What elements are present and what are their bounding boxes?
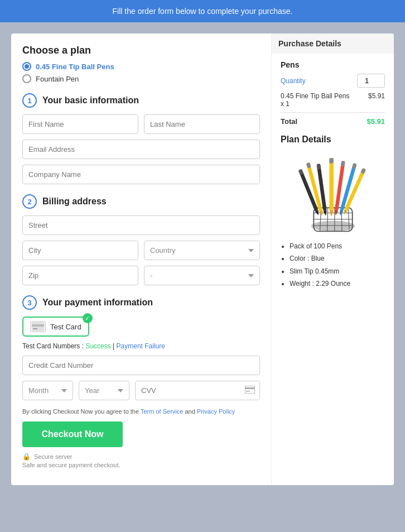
item-row: 0.45 Fine Tip Ball Pens x 1 $5.91: [281, 92, 385, 108]
expiry-cvv-row: Month Year: [22, 381, 260, 400]
credit-card-icon: [30, 321, 46, 332]
quantity-input[interactable]: [357, 74, 385, 88]
svg-rect-3: [245, 386, 255, 394]
page-wrapper: Fill the order form below to complete yo…: [0, 0, 405, 532]
top-banner: Fill the order form below to complete yo…: [0, 0, 405, 22]
tos-link[interactable]: Term of Service: [141, 408, 183, 415]
state-field: -: [144, 266, 260, 285]
cvv-input[interactable]: [136, 381, 240, 400]
last-name-input[interactable]: [144, 114, 260, 134]
step-1-circle: 1: [22, 93, 37, 108]
total-row: Total $5.91: [281, 117, 385, 126]
card-number-field: [22, 356, 260, 375]
country-select[interactable]: Country: [144, 241, 260, 260]
email-input[interactable]: [22, 140, 260, 159]
email-row: [22, 140, 260, 159]
plan-bullets: Pack of 100 Pens Color : Blue Slim Tip 0…: [281, 241, 385, 290]
year-select[interactable]: Year: [79, 381, 129, 400]
first-name-field: [22, 114, 138, 134]
plan-radio-2[interactable]: [22, 74, 31, 83]
cvv-card-icon: [240, 386, 259, 395]
year-field: Year: [79, 381, 129, 400]
pens-label: Pens: [281, 60, 385, 69]
street-field: [22, 215, 260, 235]
svg-marker-23: [329, 210, 334, 217]
city-input[interactable]: [22, 241, 138, 260]
company-field: [22, 165, 260, 184]
last-name-field: [144, 114, 260, 134]
plan-radio-selected[interactable]: [22, 62, 31, 71]
cvv-field: [135, 381, 260, 400]
secure-server-line: 🔒 Secure server: [22, 453, 260, 461]
bullet-2: Color : Blue: [290, 253, 385, 264]
plan-label-2: Fountain Pen: [36, 75, 79, 83]
choose-plan-section: Choose a plan 0.45 Fine Tip Ball Pens Fo…: [22, 45, 260, 83]
bullet-3: Slim Tip 0.45mm: [290, 266, 385, 277]
company-row: [22, 165, 260, 184]
lock-icon: 🔒: [22, 453, 31, 461]
zip-state-row: -: [22, 266, 260, 285]
plan-option-1[interactable]: 0.45 Fine Tip Ball Pens: [22, 62, 260, 71]
step-2-circle: 2: [22, 194, 37, 209]
test-card-check-icon: ✓: [83, 313, 93, 323]
billing-header: 2 Billing address: [22, 194, 260, 209]
zip-field: [22, 266, 138, 285]
payment-header: 3 Your payment information: [22, 295, 260, 310]
street-row: [22, 215, 260, 235]
month-select[interactable]: Month: [22, 381, 73, 400]
cvv-field-wrapper: [135, 381, 260, 400]
pen-image: [297, 150, 369, 234]
basic-info-title: Your basic information: [42, 95, 139, 106]
city-field: [22, 241, 138, 260]
test-card-box[interactable]: ✓ Test Card: [22, 317, 89, 337]
success-link[interactable]: Success: [85, 342, 110, 350]
svg-rect-1: [32, 324, 44, 327]
plan-label-1: 0.45 Fine Tip Ball Pens: [36, 63, 114, 71]
divider: [281, 112, 385, 113]
bullet-4: Weight : 2.29 Ounce: [290, 278, 385, 289]
first-name-input[interactable]: [22, 114, 138, 134]
card-number-input[interactable]: [22, 356, 260, 375]
total-price: $5.91: [367, 117, 385, 126]
state-select[interactable]: -: [144, 266, 260, 285]
test-numbers-prefix: Test Card Numbers :: [22, 342, 85, 350]
zip-input[interactable]: [22, 266, 138, 285]
failure-link[interactable]: Payment Failure: [117, 342, 165, 350]
month-field: Month: [22, 381, 73, 400]
bullet-1: Pack of 100 Pens: [290, 241, 385, 252]
item-price: $5.91: [368, 92, 385, 100]
country-field: Country: [144, 241, 260, 260]
quantity-row: Quantity: [281, 74, 385, 88]
city-country-row: Country: [22, 241, 260, 260]
banner-text: Fill the order form below to complete yo…: [113, 7, 293, 16]
terms-text: By clicking Checkout Now you agree to th…: [22, 408, 260, 415]
test-card-numbers: Test Card Numbers : Success | Payment Fa…: [22, 342, 260, 350]
choose-plan-title: Choose a plan: [22, 45, 260, 56]
svg-marker-17: [319, 210, 324, 217]
purchase-details-header: Purchase Details: [272, 33, 394, 54]
street-input[interactable]: [22, 215, 260, 235]
plan-option-2[interactable]: Fountain Pen: [22, 74, 260, 83]
terms-prefix: By clicking Checkout Now you agree to th…: [22, 408, 141, 415]
main-container: Choose a plan 0.45 Fine Tip Ball Pens Fo…: [0, 22, 405, 496]
svg-rect-22: [329, 158, 334, 210]
svg-rect-2: [33, 328, 37, 329]
plan-details-title: Plan Details: [281, 135, 385, 145]
basic-info-header: 1 Your basic information: [22, 93, 260, 108]
svg-rect-24: [329, 158, 334, 163]
pipe-separator: |: [111, 342, 117, 350]
secure-label: Secure server: [34, 453, 72, 460]
item-name: 0.45 Fine Tip Ball Pens x 1: [281, 92, 353, 108]
secure-info: 🔒 Secure server Safe and secure payment …: [22, 453, 260, 468]
total-label: Total: [281, 117, 297, 126]
email-field: [22, 140, 260, 159]
company-input[interactable]: [22, 165, 260, 184]
name-row: [22, 114, 260, 134]
right-panel: Purchase Details Pens Quantity 0.45 Fine…: [271, 33, 394, 485]
svg-point-6: [311, 221, 355, 232]
checkout-button[interactable]: Checkout Now: [22, 421, 123, 447]
privacy-link[interactable]: Privacy Policy: [197, 408, 235, 415]
left-panel: Choose a plan 0.45 Fine Tip Ball Pens Fo…: [11, 33, 271, 485]
quantity-label: Quantity: [281, 77, 306, 85]
safe-text-line: Safe and secure payment checkout.: [22, 462, 260, 468]
